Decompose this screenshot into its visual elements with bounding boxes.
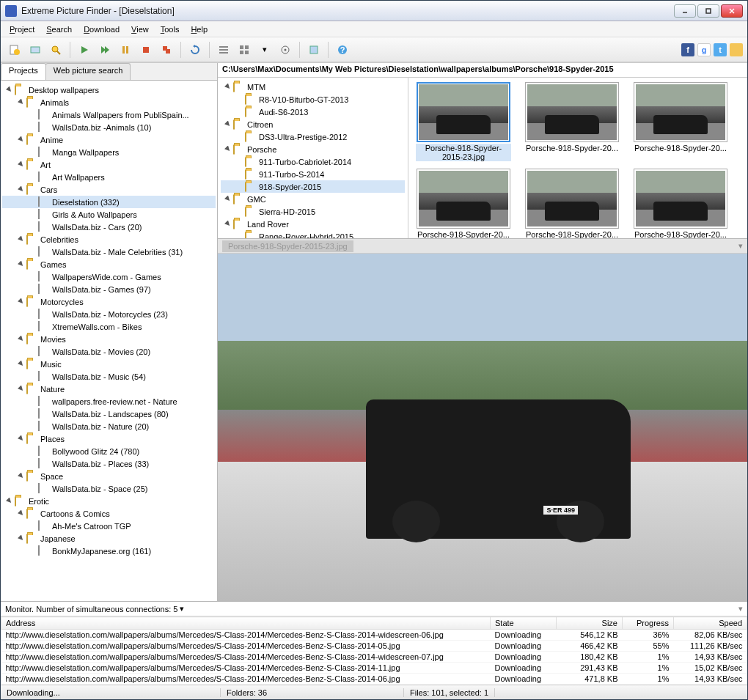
menu-tools[interactable]: Tools <box>155 23 186 35</box>
tree-item[interactable]: Audi-S6-2013 <box>221 106 405 118</box>
expander-icon[interactable] <box>29 248 37 256</box>
tree-item[interactable]: Art <box>2 158 216 171</box>
stop-button[interactable] <box>136 40 155 59</box>
col-size[interactable]: Size <box>557 617 623 630</box>
preview-pane[interactable]: S·ER 499 <box>218 254 747 601</box>
download-row[interactable]: http://www.dieselstation.com/wallpapers/… <box>1 652 747 663</box>
expander-icon[interactable] <box>29 522 37 530</box>
tree-item[interactable]: Anime <box>2 133 216 146</box>
play-all-button[interactable] <box>95 40 114 59</box>
col-address[interactable]: Address <box>1 617 491 630</box>
expander-icon[interactable] <box>29 485 37 493</box>
stop-all-button[interactable] <box>157 40 176 59</box>
expander-icon[interactable] <box>224 83 232 91</box>
expander-icon[interactable] <box>29 173 37 181</box>
tree-item[interactable]: WallsData.biz -Animals (10) <box>2 121 216 133</box>
expander-icon[interactable] <box>29 447 37 455</box>
expander-icon[interactable] <box>29 460 37 468</box>
expander-icon[interactable] <box>17 235 25 243</box>
expander-icon[interactable] <box>17 472 25 480</box>
thumbnail[interactable]: Porsche-918-Spyder-20... <box>630 82 731 161</box>
menu-search[interactable]: Search <box>40 23 78 35</box>
expander-icon[interactable] <box>17 509 25 517</box>
expander-icon[interactable] <box>29 198 37 206</box>
folder-tree[interactable]: MTMR8-V10-Biturbo-GT-2013Audi-S6-2013Cit… <box>218 78 408 238</box>
view-dropdown-button[interactable]: ▾ <box>255 40 274 59</box>
expander-icon[interactable] <box>17 136 25 144</box>
tree-item[interactable]: Space <box>2 470 216 482</box>
tree-item[interactable]: MTM <box>221 81 405 93</box>
tree-item[interactable]: WallsData.biz - Movies (20) <box>2 345 216 358</box>
expander-icon[interactable] <box>235 158 243 166</box>
expander-icon[interactable] <box>224 195 232 203</box>
download-row[interactable]: http://www.dieselstation.com/wallpapers/… <box>1 663 747 674</box>
tree-item[interactable]: Porsche <box>221 143 405 155</box>
expander-icon[interactable] <box>235 170 243 178</box>
tree-item[interactable]: WallsData.biz - Male Celebrities (31) <box>2 246 216 258</box>
tree-item[interactable]: Cars <box>2 183 216 196</box>
tree-item[interactable]: R8-V10-Biturbo-GT-2013 <box>221 93 405 106</box>
tree-item[interactable]: Celebrities <box>2 233 216 246</box>
tree-item[interactable]: Cartoons & Comics <box>2 507 216 520</box>
pause-button[interactable] <box>116 40 135 59</box>
menu-project[interactable]: Project <box>4 23 40 35</box>
thumbnail[interactable]: Porsche-918-Spyder-2015-23.jpg <box>413 82 514 161</box>
tree-item[interactable]: Desktop wallpapers <box>2 84 216 96</box>
expander-icon[interactable] <box>29 422 37 430</box>
tree-item[interactable]: Music <box>2 358 216 370</box>
share-icon[interactable] <box>730 43 743 56</box>
expander-icon[interactable] <box>17 335 25 343</box>
maximize-button[interactable] <box>697 4 719 18</box>
tree-item[interactable]: GMC <box>221 193 405 205</box>
tree-item[interactable]: Movies <box>2 333 216 345</box>
expander-icon[interactable] <box>17 161 25 169</box>
expander-icon[interactable] <box>29 310 37 318</box>
tree-item[interactable]: Girls & Auto Wallpapers <box>2 208 216 221</box>
project-tree[interactable]: Desktop wallpapersAnimalsAnimals Wallpap… <box>1 81 217 601</box>
expander-icon[interactable] <box>29 397 37 405</box>
tree-item[interactable]: WallsData.biz - Cars (20) <box>2 221 216 233</box>
expander-icon[interactable] <box>235 232 243 238</box>
thumbnail[interactable]: Porsche-918-Spyder-20... <box>630 169 731 238</box>
expander-icon[interactable] <box>29 547 37 555</box>
tree-item[interactable]: DS3-Ultra-Prestige-2012 <box>221 130 405 143</box>
tree-item[interactable]: Bollywood Glitz 24 (780) <box>2 445 216 457</box>
tree-item[interactable]: WallsData.biz - Space (25) <box>2 482 216 495</box>
download-row[interactable]: http://www.dieselstation.com/wallpapers/… <box>1 630 747 641</box>
minimize-button[interactable] <box>674 4 696 18</box>
tree-item[interactable]: Dieselstation (332) <box>2 196 216 208</box>
expander-icon[interactable] <box>29 372 37 380</box>
col-speed[interactable]: Speed <box>674 617 747 630</box>
menu-download[interactable]: Download <box>78 23 125 35</box>
help-button[interactable]: ? <box>333 40 352 59</box>
menu-view[interactable]: View <box>125 23 155 35</box>
tree-item[interactable]: WallsData.biz - Nature (20) <box>2 420 216 432</box>
preview-tab[interactable]: Porsche-918-Spyder-2015-23.jpg <box>222 240 353 252</box>
expander-icon[interactable] <box>224 145 232 153</box>
tree-item[interactable]: Ah-Me's Catroon TGP <box>2 520 216 532</box>
expander-icon[interactable] <box>235 133 243 141</box>
expander-icon[interactable] <box>29 323 37 331</box>
search-button[interactable] <box>46 40 65 59</box>
tree-item[interactable]: WallsData.biz - Places (33) <box>2 457 216 470</box>
twitter-icon[interactable]: t <box>714 43 727 56</box>
col-state[interactable]: State <box>491 617 557 630</box>
tree-item[interactable]: Erotic <box>2 495 216 507</box>
close-button[interactable] <box>721 4 743 18</box>
monitor-bar[interactable]: Monitor. Number of simultaneous connecti… <box>1 602 747 616</box>
view-thumbs-button[interactable] <box>235 40 254 59</box>
tree-item[interactable]: WallpapersWide.com - Games <box>2 270 216 283</box>
play-button[interactable] <box>75 40 94 59</box>
download-row[interactable]: http://www.dieselstation.com/wallpapers/… <box>1 641 747 652</box>
expander-icon[interactable] <box>17 98 25 106</box>
thumbnail[interactable]: Porsche-918-Spyder-20... <box>521 82 623 161</box>
expander-icon[interactable] <box>29 223 37 231</box>
expander-icon[interactable] <box>17 185 25 194</box>
expander-icon[interactable] <box>17 385 25 393</box>
tree-item[interactable]: Motorcycles <box>2 295 216 308</box>
expander-icon[interactable] <box>29 410 37 418</box>
titlebar[interactable]: Extreme Picture Finder - [Dieselstation] <box>1 1 747 21</box>
tree-item[interactable]: WallsData.biz - Landscapes (80) <box>2 408 216 420</box>
tree-item[interactable]: 911-Turbo-S-2014 <box>221 168 405 180</box>
expander-icon[interactable] <box>29 111 37 119</box>
